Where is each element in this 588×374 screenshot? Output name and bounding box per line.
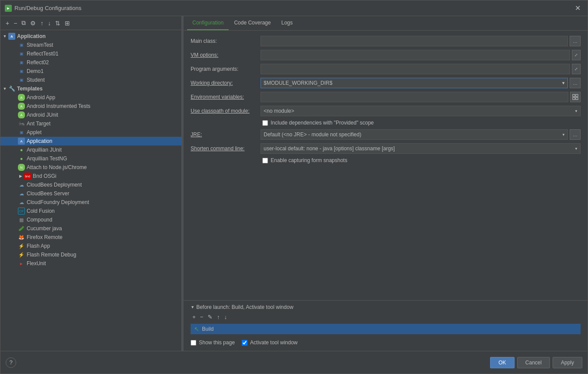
flash-remote-debug-label: Flash Remote Debug bbox=[27, 252, 76, 258]
tree-item-applet[interactable]: ▣ Applet bbox=[0, 128, 181, 137]
shorten-cmd-label: Shorten command line: bbox=[191, 145, 261, 152]
title-bar: ► Run/Debug Configurations ✕ bbox=[0, 0, 588, 16]
tree-item-arquillian-testng[interactable]: ● Arquillian TestNG bbox=[0, 154, 181, 163]
tree-item-streamtest[interactable]: ▣ StreamTest bbox=[0, 41, 181, 49]
tab-code-coverage[interactable]: Code Coverage bbox=[229, 16, 276, 30]
env-vars-input[interactable] bbox=[261, 92, 568, 102]
flash-remote-debug-icon: ⚡ bbox=[18, 251, 25, 258]
before-launch-toolbar: + − ✎ ↑ ↓ bbox=[191, 313, 581, 321]
before-launch-section: ▼ Before launch: Build, Activate tool wi… bbox=[184, 300, 588, 351]
add-config-button[interactable]: + bbox=[4, 19, 11, 28]
config-tabs: Configuration Code Coverage Logs bbox=[184, 16, 588, 31]
activate-tool-window-checkbox[interactable] bbox=[242, 340, 247, 346]
form-snapshots-row: Enable capturing form snapshots bbox=[191, 157, 581, 163]
ok-button[interactable]: OK bbox=[490, 357, 514, 368]
demo1-label: Demo1 bbox=[27, 68, 44, 74]
program-args-expand-button[interactable]: ⤢ bbox=[572, 64, 581, 74]
bl-remove-button[interactable]: − bbox=[198, 313, 205, 321]
tree-item-compound[interactable]: ▩ Compound bbox=[0, 215, 181, 224]
tree-item-reflect02[interactable]: ▣ Reflect02 bbox=[0, 58, 181, 67]
tree-item-ant-target[interactable]: 🐜 Ant Target bbox=[0, 119, 181, 128]
tree-item-flash-app[interactable]: ⚡ Flash App bbox=[0, 242, 181, 250]
application-group-label: Application bbox=[17, 33, 45, 39]
move-up-button[interactable]: ↑ bbox=[38, 19, 45, 28]
tree-item-application[interactable]: A Application bbox=[0, 137, 181, 145]
program-args-input[interactable] bbox=[261, 64, 570, 74]
reflecttest01-label: ReflectTest01 bbox=[27, 51, 59, 57]
tree-item-demo1[interactable]: ▣ Demo1 bbox=[0, 67, 181, 76]
settings-button[interactable]: ⚙ bbox=[28, 19, 38, 28]
vm-options-expand-button[interactable]: ⤢ bbox=[572, 50, 581, 60]
bnd-icon: bnd bbox=[24, 173, 31, 180]
streamtest-icon: ▣ bbox=[18, 42, 25, 48]
working-dir-browse-button[interactable]: … bbox=[570, 78, 581, 88]
android-junit-icon: A bbox=[18, 111, 25, 118]
left-panel: + − ⧉ ⚙ ↑ ↓ ⇅ ⊞ ▼ A Application ▣ St bbox=[0, 16, 182, 351]
apply-button[interactable]: Apply bbox=[553, 357, 582, 368]
cancel-button[interactable]: Cancel bbox=[517, 357, 550, 368]
move-down-button[interactable]: ↓ bbox=[46, 19, 52, 28]
jre-select[interactable]: Default (<no JRE> - module not specified… bbox=[261, 129, 568, 140]
sort-button[interactable]: ⇅ bbox=[53, 19, 62, 28]
working-dir-input[interactable] bbox=[261, 78, 568, 88]
help-button[interactable]: ? bbox=[6, 357, 16, 368]
application-template-icon: A bbox=[18, 138, 25, 145]
jre-browse-button[interactable]: … bbox=[570, 129, 581, 140]
include-deps-checkbox[interactable] bbox=[262, 120, 268, 126]
tree-item-arquillian-junit[interactable]: ● Arquillian JUnit bbox=[0, 145, 181, 154]
bl-down-button[interactable]: ↓ bbox=[223, 313, 229, 321]
tree-item-cloudfoundry[interactable]: ☁ CloudFoundry Deployment bbox=[0, 198, 181, 207]
tree-item-reflecttest01[interactable]: ▣ ReflectTest01 bbox=[0, 49, 181, 58]
tree-item-flexunit[interactable]: ▸ FlexUnit bbox=[0, 259, 181, 268]
tree-item-bnd-osgi[interactable]: ▶ bnd Bnd OSGi bbox=[0, 172, 181, 180]
tree-item-cold-fusion[interactable]: CF Cold Fusion bbox=[0, 207, 181, 215]
show-page-option: Show this page bbox=[191, 339, 235, 346]
copy-config-button[interactable]: ⧉ bbox=[20, 18, 28, 28]
main-class-input[interactable] bbox=[261, 36, 568, 46]
tree-item-cucumber-java[interactable]: 🥒 Cucumber java bbox=[0, 224, 181, 233]
main-class-browse-button[interactable]: … bbox=[570, 36, 581, 46]
tree-item-student[interactable]: ▣ Student bbox=[0, 76, 181, 84]
tree-item-flash-remote-debug[interactable]: ⚡ Flash Remote Debug bbox=[0, 250, 181, 259]
before-launch-header[interactable]: ▼ Before launch: Build, Activate tool wi… bbox=[191, 304, 581, 310]
cucumber-icon: 🥒 bbox=[18, 225, 25, 232]
templates-group-label: Templates bbox=[17, 86, 42, 92]
templates-group-header[interactable]: ▼ 🔧 Templates bbox=[0, 84, 181, 93]
working-dir-label: Working directory: bbox=[191, 80, 261, 86]
flexunit-label: FlexUnit bbox=[27, 260, 46, 267]
compound-label: Compound bbox=[27, 217, 52, 223]
tree-item-android-junit[interactable]: A Android JUnit bbox=[0, 111, 181, 119]
bl-add-button[interactable]: + bbox=[191, 313, 198, 321]
launch-options: Show this page Activate tool window bbox=[191, 338, 581, 347]
tree-item-cloudbees-deployment[interactable]: ☁ CloudBees Deployment bbox=[0, 180, 181, 189]
vm-options-input[interactable] bbox=[261, 50, 570, 60]
tab-configuration[interactable]: Configuration bbox=[187, 16, 229, 30]
svg-rect-2 bbox=[573, 97, 575, 100]
form-snapshots-checkbox[interactable] bbox=[262, 158, 268, 163]
application-template-label: Application bbox=[27, 138, 52, 144]
show-page-checkbox[interactable] bbox=[191, 340, 196, 346]
classpath-row: Use classpath of module: <no module> bbox=[191, 106, 581, 116]
run-debug-dialog: ► Run/Debug Configurations ✕ + − ⧉ ⚙ ↑ ↓… bbox=[0, 0, 588, 374]
tab-logs[interactable]: Logs bbox=[276, 16, 298, 30]
tree-item-attach-nodejs[interactable]: N Attach to Node.js/Chrome bbox=[0, 163, 181, 172]
tree-item-firefox-remote[interactable]: 🦊 Firefox Remote bbox=[0, 233, 181, 242]
filter-button[interactable]: ⊞ bbox=[63, 19, 72, 28]
flash-app-icon: ⚡ bbox=[18, 242, 25, 249]
bl-up-button[interactable]: ↑ bbox=[215, 313, 222, 321]
reflect02-icon: ▣ bbox=[18, 59, 25, 66]
close-button[interactable]: ✕ bbox=[572, 3, 583, 13]
templates-group-icon: 🔧 bbox=[8, 85, 15, 92]
application-group-header[interactable]: ▼ A Application bbox=[0, 32, 181, 41]
bl-edit-button[interactable]: ✎ bbox=[206, 313, 214, 321]
activate-tool-window-label: Activate tool window bbox=[250, 339, 298, 346]
classpath-select[interactable]: <no module> bbox=[261, 106, 581, 116]
tree-item-android-instrumented[interactable]: A Android Instrumented Tests bbox=[0, 102, 181, 111]
tree-item-cloudbees-server[interactable]: ☁ CloudBees Server bbox=[0, 189, 181, 198]
env-vars-browse-button[interactable] bbox=[570, 92, 581, 102]
cold-fusion-icon: CF bbox=[18, 208, 25, 215]
svg-rect-1 bbox=[576, 94, 578, 97]
remove-config-button[interactable]: − bbox=[12, 19, 19, 28]
shorten-cmd-select[interactable]: user-local default: none - java [options… bbox=[261, 143, 581, 154]
tree-item-android-app[interactable]: A Android App bbox=[0, 93, 181, 102]
